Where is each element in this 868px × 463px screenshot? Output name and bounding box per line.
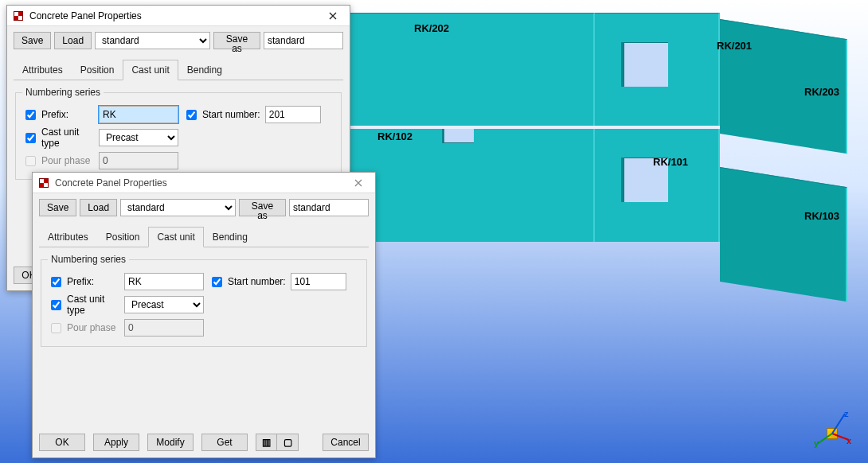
panel-rk201[interactable] [595,13,720,126]
preset-select[interactable]: standard [120,199,236,216]
cast-unit-type-checkbox[interactable]: Cast unit type [22,126,94,149]
titlebar[interactable]: Concrete Panel Properties [7,6,350,26]
app-icon [12,10,25,22]
ok-button[interactable]: OK [39,434,85,451]
save-as-button[interactable]: Save as [239,199,286,216]
panel-label: RK/202 [414,22,449,34]
prefix-input[interactable] [124,273,204,290]
panel-rk202[interactable] [350,13,595,126]
tab-bending[interactable]: Bending [204,227,256,247]
tab-cast-unit[interactable]: Cast unit [148,227,203,247]
cast-unit-type-select[interactable]: Precast [124,296,204,313]
panel-label: RK/103 [804,210,839,222]
svg-line-1 [817,434,832,444]
tab-cast-unit[interactable]: Cast unit [123,60,178,80]
svg-line-2 [832,414,845,434]
prefix-input[interactable] [99,106,178,123]
get-button[interactable]: Get [201,434,248,451]
pour-phase-checkbox: Pour phase [48,321,119,336]
titlebar[interactable]: Concrete Panel Properties [33,173,375,193]
notch [442,129,474,143]
tab-bending[interactable]: Bending [178,60,231,80]
dialog-title: Concrete Panel Properties [55,177,345,189]
tab-position[interactable]: Position [97,227,149,247]
preset-select[interactable]: standard [95,32,210,49]
preset-toolbar: Save Load standard Save as [39,199,369,216]
numbering-series-group: Numbering series Prefix: Start number: C… [15,87,342,180]
panel-rk101[interactable] [595,129,720,242]
pour-phase-checkbox: Pour phase [22,154,94,169]
save-button[interactable]: Save [39,199,76,216]
pour-phase-input [124,319,204,337]
dialog-button-bar: OK Apply Modify Get ▥ ▢ Cancel [33,427,375,457]
cast-unit-type-checkbox[interactable]: Cast unit type [48,294,119,316]
load-button[interactable]: Load [80,199,117,216]
svg-line-0 [832,434,849,440]
close-button[interactable] [319,8,346,24]
cast-unit-type-select[interactable]: Precast [99,129,178,146]
uncheck-all-icon[interactable]: ▢ [277,434,298,450]
check-all-icon[interactable]: ▥ [256,434,277,450]
numbering-series-group: Numbering series Prefix: Start number: C… [41,254,367,347]
dialog-title: Concrete Panel Properties [29,10,319,21]
apply-button[interactable]: Apply [93,434,139,451]
prefix-checkbox[interactable]: Prefix: [22,107,94,123]
dialog-concrete-panel-2[interactable]: Concrete Panel Properties Save Load stan… [32,172,376,458]
preset-toolbar: Save Load standard Save as [14,32,343,49]
group-legend: Numbering series [22,87,104,98]
tab-attributes[interactable]: Attributes [39,227,97,247]
tab-bar: Attributes Position Cast unit Bending [14,59,343,80]
close-button[interactable] [345,175,372,191]
app-icon [37,177,50,189]
tab-attributes[interactable]: Attributes [14,60,72,80]
panel-label: RK/102 [377,130,412,142]
panel-label: RK/203 [804,86,839,98]
start-number-checkbox[interactable]: Start number: [183,107,260,123]
modify-button[interactable]: Modify [147,434,194,451]
window-cutout [624,42,668,87]
start-number-input[interactable] [291,273,346,290]
panel-rk103[interactable] [720,167,847,302]
save-button[interactable]: Save [14,32,51,49]
axis-gizmo: x y z [809,404,857,452]
tab-position[interactable]: Position [72,60,123,80]
group-legend: Numbering series [48,254,129,265]
start-number-input[interactable] [265,106,321,123]
tab-bar: Attributes Position Cast unit Bending [39,226,369,247]
save-as-name-input[interactable] [289,199,369,216]
pour-phase-input [99,152,178,169]
save-as-button[interactable]: Save as [213,32,260,49]
panel-rk102[interactable] [350,129,595,242]
load-button[interactable]: Load [54,32,92,49]
save-as-name-input[interactable] [264,32,343,49]
start-number-checkbox[interactable]: Start number: [209,274,286,290]
prefix-checkbox[interactable]: Prefix: [48,274,119,290]
panel-label: RK/101 [653,156,688,168]
checkbox-toggle-pair[interactable]: ▥ ▢ [256,434,299,451]
cancel-button[interactable]: Cancel [323,434,369,451]
panel-label: RK/201 [717,40,752,52]
